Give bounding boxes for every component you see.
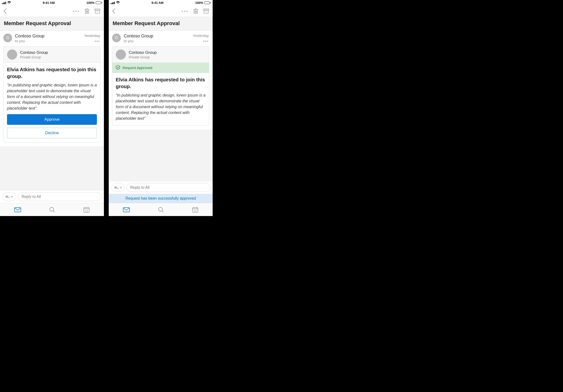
tab-bar: 12 <box>109 203 213 216</box>
status-time: 9:41 AM <box>11 1 87 5</box>
sender-date: Yesterday <box>193 34 209 38</box>
archive-icon[interactable] <box>203 8 209 14</box>
reply-input[interactable]: Reply to All <box>18 192 102 201</box>
more-icon[interactable]: ●●● <box>181 10 189 12</box>
svg-rect-23 <box>204 10 208 13</box>
svg-point-10 <box>50 207 54 211</box>
sender-name: Contoso Group <box>124 34 190 39</box>
phone-screen-before: 9:41 AM 100% ●●● Member Request Approval… <box>0 0 104 216</box>
request-quote: “In publishing and graphic design, lorem… <box>116 92 206 122</box>
search-tab[interactable] <box>49 207 55 213</box>
calendar-day: 12 <box>83 210 90 212</box>
request-card: Contoso Group Private Group Request Appr… <box>112 46 209 125</box>
group-type: Private Group <box>20 55 48 59</box>
approved-banner: Request Approved <box>112 63 209 73</box>
request-title: Elvia Atkins has requested to join this … <box>116 76 206 90</box>
tab-bar: 12 <box>0 203 104 216</box>
svg-rect-9 <box>14 208 21 212</box>
reply-mode-button[interactable] <box>111 183 125 192</box>
sender-date: Yesterday <box>84 34 100 38</box>
signal-icon <box>111 1 115 4</box>
approve-button[interactable]: Approve <box>7 114 97 125</box>
mail-tab[interactable] <box>123 207 130 212</box>
calendar-day: 12 <box>192 210 198 212</box>
email-subject: Member Request Approval <box>0 17 104 31</box>
wifi-icon <box>116 1 120 4</box>
message-more-icon[interactable]: ••• <box>84 39 100 43</box>
wifi-icon <box>7 1 11 4</box>
success-toast: Request has been successfully approved <box>109 194 213 203</box>
request-title: Elvia Atkins has requested to join this … <box>7 66 97 79</box>
back-button[interactable] <box>112 8 115 14</box>
nav-bar: ●●● <box>0 5 104 17</box>
group-name: Contoso Group <box>20 50 48 55</box>
status-time: 9:41 AM <box>120 1 195 5</box>
trash-icon[interactable] <box>193 8 199 14</box>
calendar-tab[interactable]: 12 <box>83 207 90 213</box>
sender-row: G Contoso Group to you Yesterday ••• <box>0 31 104 46</box>
battery-percent: 100% <box>195 1 203 5</box>
svg-point-27 <box>158 207 162 211</box>
sender-row: G Contoso Group to you Yesterday ••• <box>109 31 213 46</box>
mail-tab[interactable] <box>14 207 21 212</box>
request-card: Contoso Group Private Group Elvia Atkins… <box>3 46 101 142</box>
svg-line-28 <box>162 211 163 212</box>
more-icon[interactable]: ●●● <box>73 10 80 12</box>
reply-bar: Reply to All <box>0 190 104 203</box>
message-more-icon[interactable]: ••• <box>193 39 209 43</box>
request-quote: “In publishing and graphic design, lorem… <box>7 82 97 111</box>
sender-recipients: to you <box>15 39 81 43</box>
archive-icon[interactable] <box>94 8 101 14</box>
reply-input[interactable]: Reply to All <box>127 183 210 192</box>
card-header: Contoso Group Private Group <box>112 47 209 63</box>
email-subject: Member Request Approval <box>109 17 213 31</box>
group-type: Private Group <box>129 55 157 59</box>
sender-name: Contoso Group <box>15 34 81 39</box>
search-tab[interactable] <box>158 207 164 213</box>
status-bar: 9:41 AM 100% <box>0 0 104 5</box>
sender-recipients: to you <box>124 39 190 43</box>
signal-icon <box>2 1 6 4</box>
group-avatar <box>116 49 126 60</box>
sender-avatar: G <box>3 34 12 42</box>
card-header: Contoso Group Private Group <box>4 47 100 63</box>
group-name: Contoso Group <box>129 50 157 55</box>
battery-icon <box>96 1 102 4</box>
battery-icon <box>205 1 211 4</box>
status-bar: 9:41 AM 100% <box>109 0 213 5</box>
reply-placeholder: Reply to All <box>22 195 41 199</box>
group-avatar <box>7 49 17 60</box>
back-button[interactable] <box>3 8 7 14</box>
reply-mode-button[interactable] <box>2 192 16 201</box>
decline-button[interactable]: Decline <box>7 128 97 138</box>
svg-rect-26 <box>123 208 129 212</box>
sender-avatar: G <box>112 34 121 42</box>
reply-placeholder: Reply to All <box>130 185 150 190</box>
svg-line-11 <box>53 211 55 212</box>
trash-icon[interactable] <box>84 8 90 14</box>
check-circle-icon <box>116 65 120 70</box>
svg-rect-7 <box>95 10 100 13</box>
nav-bar: ●●● <box>109 5 213 17</box>
calendar-tab[interactable]: 12 <box>192 207 198 213</box>
phone-screen-after: 9:41 AM 100% ●●● Member Request Approval… <box>109 0 213 216</box>
approved-label: Request Approved <box>123 66 152 70</box>
reply-bar: Reply to All <box>109 181 213 194</box>
battery-percent: 100% <box>87 1 94 5</box>
svg-point-25 <box>116 65 120 69</box>
